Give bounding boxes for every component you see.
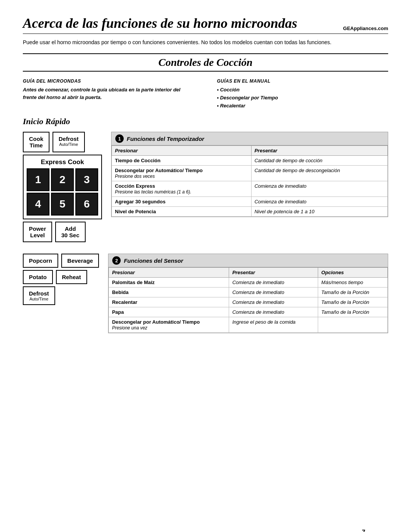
table1-panel: 1 Funciones del Temporizador Presionar P… <box>111 132 388 242</box>
table-row: Nivel de Potencia Nivel de potencia de 1… <box>112 207 388 217</box>
intro-text: Puede usar el horno microondas por tiemp… <box>23 38 388 46</box>
table2-title: Funciones del Sensor <box>124 257 183 264</box>
potato-button[interactable]: Potato <box>23 270 53 284</box>
t2-r5-options <box>318 317 388 333</box>
t2-r1-present: Comienza de inmediato <box>229 278 318 288</box>
table-row: Cocción Express Presione las teclas numé… <box>112 181 388 197</box>
table-row: Palomitas de Maíz Comienza de inmediato … <box>109 278 388 288</box>
t1-r1-press: Tiempo de Cocción <box>112 156 252 166</box>
add-30-button[interactable]: Add 30 Sec <box>55 222 86 242</box>
table2-header: 2 Funciones del Sensor <box>108 254 388 267</box>
numpad: 1 2 3 4 5 6 <box>27 168 98 216</box>
beverage-button[interactable]: Beverage <box>61 254 99 268</box>
table-row: Tiempo de Cocción Cantidad de tiempo de … <box>112 156 388 166</box>
table2-wrapper: 2 Funciones del Sensor Presionar Present… <box>108 254 388 333</box>
power-level-button[interactable]: Power Level <box>23 222 52 242</box>
table1: Presionar Presentar Tiempo de Cocción Ca… <box>112 145 388 217</box>
t1-r2-present: Cantidad de tiempo de descongelación <box>251 166 387 181</box>
page-header: Acerca de las funciones de su horno micr… <box>23 15 388 34</box>
table-row: Agregar 30 segundos Comienza de inmediat… <box>112 197 388 207</box>
t2-r4-options: Tamaño de la Porción <box>318 307 388 317</box>
table-row: Descongelar por Automático/ Tiempo Presi… <box>109 317 388 333</box>
sensor-btn-row1: Popcorn Beverage <box>23 254 99 268</box>
numpad-2[interactable]: 2 <box>51 168 74 191</box>
t2-r5-present: Ingrese el peso de la comida <box>229 317 318 333</box>
page-title: Acerca de las funciones de su horno micr… <box>23 15 297 31</box>
table2-panel: 2 Funciones del Sensor Presionar Present… <box>108 254 388 333</box>
numpad-3[interactable]: 3 <box>75 168 98 191</box>
top-buttons-row: Cook Time Defrost Auto/Time <box>23 132 102 152</box>
express-cook-block: Express Cook 1 2 3 4 5 6 <box>23 155 102 219</box>
t2-r5-press: Descongelar por Automático/ Tiempo Presi… <box>109 317 229 333</box>
table-row: Papa Comienza de inmediato Tamaño de la … <box>109 307 388 317</box>
t1-r5-present: Nivel de potencia de 1 a 10 <box>251 207 387 217</box>
t2-r4-press: Papa <box>109 307 229 317</box>
t1-r4-press: Agregar 30 segundos <box>112 197 252 207</box>
guide-item-2: Descongelar por Tiempo <box>217 94 388 102</box>
t2-r2-options: Tamaño de la Porción <box>318 288 388 297</box>
table1-circle: 1 <box>115 134 124 143</box>
table1-wrapper: 1 Funciones del Temporizador Presionar P… <box>111 132 388 217</box>
guide-item-1: Cocción <box>217 86 388 94</box>
t2-r2-present: Comienza de inmediato <box>229 288 318 297</box>
table-row: Bebida Comienza de inmediato Tamaño de l… <box>109 288 388 297</box>
t1-r3-press: Cocción Express Presione las teclas numé… <box>112 181 252 197</box>
guide-right: GUÍAS EN EL MANUAL Cocción Descongelar p… <box>217 78 388 110</box>
table2-col1-header: Presionar <box>109 268 229 278</box>
sensor-buttons: Popcorn Beverage Potato Reheat Defrost A… <box>23 254 99 333</box>
cook-time-button[interactable]: Cook Time <box>23 132 49 152</box>
guide-right-title: GUÍAS EN EL MANUAL <box>217 78 388 84</box>
guide-row: GUÍA DEL MICROONDAS Antes de comenzar, c… <box>23 78 388 110</box>
t2-r3-options: Tamaño de la Porción <box>318 297 388 307</box>
table2-col2-header: Presentar <box>229 268 318 278</box>
t2-r1-options: Más/menos tiempo <box>318 278 388 288</box>
table1-header: 1 Funciones del Temporizador <box>112 132 388 145</box>
popcorn-button[interactable]: Popcorn <box>23 254 58 268</box>
t2-r3-present: Comienza de inmediato <box>229 297 318 307</box>
guide-item-3: Recalentar <box>217 102 388 110</box>
guide-right-list: Cocción Descongelar por Tiempo Recalenta… <box>217 86 388 110</box>
t1-r2-press: Descongelar por Automático/ Tiempo Presi… <box>112 166 252 181</box>
defrost-top-button[interactable]: Defrost Auto/Time <box>53 132 85 152</box>
inicio-section: Cook Time Defrost Auto/Time Express Cook… <box>23 132 388 242</box>
t1-r1-present: Cantidad de tiempo de cocción <box>251 156 387 166</box>
numpad-4[interactable]: 4 <box>27 193 49 216</box>
sensor-section: Popcorn Beverage Potato Reheat Defrost A… <box>23 254 388 333</box>
t2-r1-press: Palomitas de Maíz <box>109 278 229 288</box>
table-row: Recalentar Comienza de inmediato Tamaño … <box>109 297 388 307</box>
table1-col1-header: Presionar <box>112 146 252 156</box>
table1-col2-header: Presentar <box>251 146 387 156</box>
sensor-btn-row3: Defrost Auto/Time <box>23 286 99 305</box>
page-number: 7 <box>362 529 365 532</box>
table2: Presionar Presentar Opciones Palomitas d… <box>108 267 388 333</box>
t1-r3-present: Comienza de inmediato <box>251 181 387 197</box>
reheat-button[interactable]: Reheat <box>56 270 87 284</box>
section-title: Controles de Cocción <box>23 53 388 72</box>
guide-left-text: Antes de comenzar, controle la guía ubic… <box>23 86 194 101</box>
sensor-btn-row2: Potato Reheat <box>23 270 99 284</box>
numpad-6[interactable]: 6 <box>75 193 98 216</box>
guide-left: GUÍA DEL MICROONDAS Antes de comenzar, c… <box>23 78 194 110</box>
t1-r5-press: Nivel de Potencia <box>112 207 252 217</box>
inicio-title: Inicio Rápido <box>23 117 388 126</box>
t2-r2-press: Bebida <box>109 288 229 297</box>
guide-left-title: GUÍA DEL MICROONDAS <box>23 78 194 84</box>
bottom-buttons-row: Power Level Add 30 Sec <box>23 222 102 242</box>
numpad-5[interactable]: 5 <box>51 193 74 216</box>
express-cook-label: Express Cook <box>27 158 98 166</box>
table2-circle: 2 <box>112 256 121 265</box>
buttons-panel: Cook Time Defrost Auto/Time Express Cook… <box>23 132 102 242</box>
t1-r4-present: Comienza de inmediato <box>251 197 387 207</box>
table-row: Descongelar por Automático/ Tiempo Presi… <box>112 166 388 181</box>
t2-r4-present: Comienza de inmediato <box>229 307 318 317</box>
brand-url: GEAppliances.com <box>343 26 388 31</box>
defrost-bottom-button[interactable]: Defrost Auto/Time <box>23 286 55 305</box>
table1-title: Funciones del Temporizador <box>127 136 204 142</box>
numpad-1[interactable]: 1 <box>27 168 49 191</box>
t2-r3-press: Recalentar <box>109 297 229 307</box>
table2-col3-header: Opciones <box>318 268 388 278</box>
